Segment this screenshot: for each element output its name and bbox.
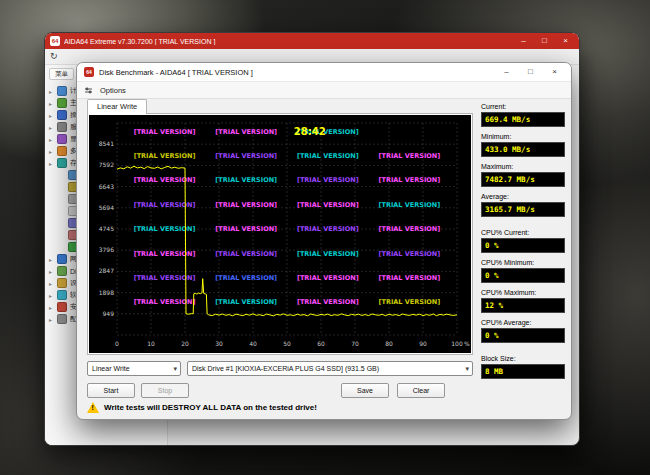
svg-text:[TRIAL VERSION]: [TRIAL VERSION] (215, 176, 277, 184)
start-button[interactable]: Start (87, 383, 135, 398)
chevron-down-icon: ▾ (173, 362, 177, 375)
save-button[interactable]: Save (341, 383, 389, 398)
benchmark-chart-svg: 9491898284737964745569466437592854101020… (89, 115, 471, 353)
stat-label: Block Size: (481, 355, 565, 363)
benchmark-chart: 9491898284737964745569466437592854101020… (89, 115, 471, 353)
category-icon (57, 290, 67, 300)
svg-text:[TRIAL VERSION]: [TRIAL VERSION] (379, 201, 441, 209)
category-icon (57, 278, 67, 288)
svg-text:[TRIAL VERSION]: [TRIAL VERSION] (134, 201, 196, 209)
category-icon (57, 266, 67, 276)
category-icon (57, 254, 67, 264)
svg-text:0: 0 (115, 340, 119, 347)
stat-label: CPU% Maximum: (481, 289, 565, 297)
stat-value: 8 MB (481, 364, 565, 379)
minimize-icon[interactable]: – (515, 33, 532, 49)
tree-expand-icon[interactable]: ▸ (49, 88, 54, 95)
tree-expand-icon[interactable]: ▸ (49, 316, 54, 323)
stat-block-size: Block Size:8 MB (481, 355, 565, 379)
stat-value: 0 % (481, 268, 565, 283)
close-icon[interactable]: × (557, 33, 574, 49)
tree-expand-icon[interactable]: ▸ (49, 112, 54, 119)
stat-cpu-minimum: CPU% Minimum:0 % (481, 259, 565, 283)
svg-text:[TRIAL VERSION]: [TRIAL VERSION] (215, 298, 277, 306)
dialog-title: Disk Benchmark - AIDA64 [ TRIAL VERSION … (99, 68, 492, 77)
stat-average: Average:3165.7 MB/s (481, 193, 565, 217)
menu-item-options[interactable]: Options (97, 85, 129, 96)
svg-text:[TRIAL VERSION]: [TRIAL VERSION] (379, 225, 441, 233)
svg-text:[TRIAL VERSION]: [TRIAL VERSION] (215, 225, 277, 233)
stat-value: 0 % (481, 238, 565, 253)
category-icon (57, 122, 67, 132)
warning-text: Write tests will DESTROY ALL DATA on the… (104, 403, 317, 412)
stat-minimum: Minimum:433.0 MB/s (481, 133, 565, 157)
test-type-select[interactable]: Linear Write ▾ (87, 361, 181, 376)
dialog-titlebar[interactable]: 64 Disk Benchmark - AIDA64 [ TRIAL VERSI… (77, 63, 571, 82)
stat-cpu-current: CPU% Current:0 % (481, 229, 565, 253)
stats-panel: Current:669.4 MB/sMinimum:433.0 MB/sMaxi… (481, 103, 565, 379)
svg-text:[TRIAL VERSION]: [TRIAL VERSION] (379, 250, 441, 258)
svg-text:[TRIAL VERSION]: [TRIAL VERSION] (379, 176, 441, 184)
svg-text:[TRIAL VERSION]: [TRIAL VERSION] (134, 250, 196, 258)
category-icon (57, 110, 67, 120)
tab-linear-write[interactable]: Linear Write (87, 99, 147, 114)
svg-text:1898: 1898 (99, 289, 114, 296)
benchmark-tab-pane: 9491898284737964745569466437592854101020… (87, 113, 473, 355)
stat-value: 433.0 MB/s (481, 142, 565, 157)
warning-triangle-icon (87, 402, 99, 413)
dialog-close-icon[interactable]: × (545, 64, 564, 80)
svg-text:949: 949 (103, 310, 115, 317)
stat-cpu-maximum: CPU% Maximum:12 % (481, 289, 565, 313)
stat-label: CPU% Current: (481, 229, 565, 237)
svg-text:[TRIAL VERSION]: [TRIAL VERSION] (215, 274, 277, 282)
tab-menu[interactable]: 菜单 (49, 68, 74, 80)
svg-text:[TRIAL VERSION]: [TRIAL VERSION] (134, 225, 196, 233)
tree-expand-icon[interactable]: ▸ (49, 160, 54, 167)
stat-label: CPU% Minimum: (481, 259, 565, 267)
svg-text:7592: 7592 (99, 161, 114, 168)
svg-text:[TRIAL VERSION]: [TRIAL VERSION] (134, 152, 196, 160)
stat-label: Current: (481, 103, 565, 111)
category-icon (57, 314, 67, 324)
stop-button[interactable]: Stop (141, 383, 189, 398)
stat-value: 7482.7 MB/s (481, 172, 565, 187)
main-titlebar[interactable]: 64 AIDA64 Extreme v7.30.7200 [ TRIAL VER… (45, 33, 579, 49)
dialog-maximize-icon[interactable]: □ (521, 64, 540, 80)
category-icon (57, 86, 67, 96)
tree-expand-icon[interactable]: ▸ (49, 268, 54, 275)
tree-expand-icon[interactable]: ▸ (49, 256, 54, 263)
drive-select[interactable]: Disk Drive #1 [KIOXIA-EXCERiA PLUS G4 SS… (187, 361, 473, 376)
tree-expand-icon[interactable]: ▸ (49, 280, 54, 287)
aida64-logo-icon: 64 (50, 36, 60, 46)
stat-value: 12 % (481, 298, 565, 313)
svg-text:20: 20 (181, 340, 189, 347)
dialog-minimize-icon[interactable]: – (497, 64, 516, 80)
tree-expand-icon[interactable]: ▸ (49, 292, 54, 299)
svg-text:[TRIAL VERSION]: [TRIAL VERSION] (297, 152, 359, 160)
svg-text:[TRIAL VERSION]: [TRIAL VERSION] (297, 225, 359, 233)
svg-text:40: 40 (249, 340, 257, 347)
tree-expand-icon[interactable]: ▸ (49, 304, 54, 311)
chart-x-labels: 0102030405060708090100% (115, 340, 470, 347)
tree-expand-icon[interactable]: ▸ (49, 148, 54, 155)
svg-text:%: % (464, 340, 470, 347)
tree-expand-icon[interactable]: ▸ (49, 100, 54, 107)
svg-text:30: 30 (215, 340, 223, 347)
svg-text:[TRIAL VERSION]: [TRIAL VERSION] (297, 250, 359, 258)
svg-text:6643: 6643 (99, 183, 114, 190)
svg-text:3796: 3796 (99, 246, 114, 253)
stat-label: CPU% Average: (481, 319, 565, 327)
main-window-title: AIDA64 Extreme v7.30.7200 [ TRIAL VERSIO… (64, 38, 511, 45)
tree-expand-icon[interactable]: ▸ (49, 124, 54, 131)
stat-value: 669.4 MB/s (481, 112, 565, 127)
maximize-icon[interactable]: □ (536, 33, 553, 49)
svg-text:[TRIAL VERSION]: [TRIAL VERSION] (379, 152, 441, 160)
refresh-icon[interactable]: ↻ (50, 49, 58, 64)
options-sliders-icon (84, 86, 93, 95)
tree-expand-icon[interactable]: ▸ (49, 136, 54, 143)
clear-button[interactable]: Clear (397, 383, 445, 398)
chevron-down-icon: ▾ (465, 362, 469, 375)
stat-value: 3165.7 MB/s (481, 202, 565, 217)
stat-current: Current:669.4 MB/s (481, 103, 565, 127)
svg-text:[TRIAL VERSION]: [TRIAL VERSION] (215, 201, 277, 209)
